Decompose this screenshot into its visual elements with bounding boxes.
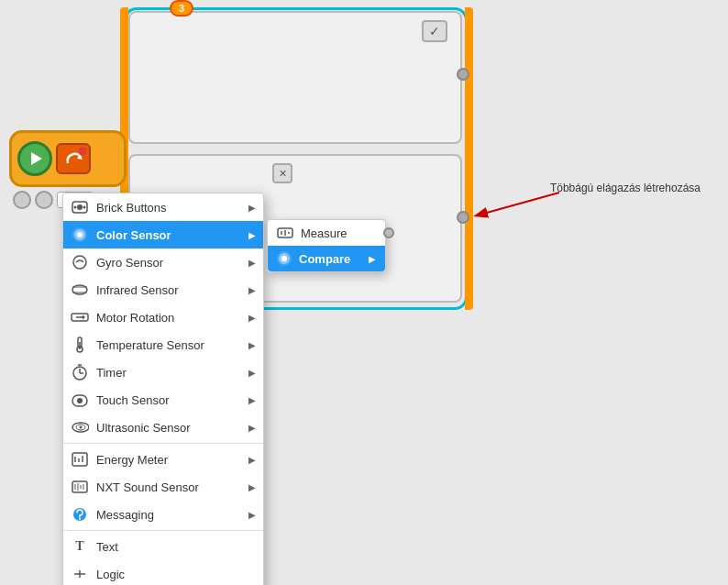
gyro-label: Gyro Sensor: [96, 256, 163, 270]
timer-icon: [71, 363, 89, 381]
text-icon: T: [71, 537, 89, 556]
compare-icon: [277, 251, 292, 266]
compare-label: Compare: [299, 252, 350, 266]
color-sensor-submenu: Measure Compare ▶: [267, 219, 386, 272]
motor-icon: [71, 308, 89, 326]
infrared-label: Infrared Sensor: [96, 283, 179, 297]
touch-icon: [71, 391, 89, 409]
messaging-label: Messaging: [96, 508, 154, 522]
start-block: [9, 130, 127, 187]
menu-item-touch-sensor[interactable]: Touch Sensor ▶: [63, 386, 263, 414]
touch-arrow: ▶: [248, 395, 256, 405]
logic-icon: [71, 565, 89, 583]
loop-inner-top: ✓: [128, 11, 462, 144]
loop-connector-bottom-right: [457, 211, 469, 224]
svg-point-24: [77, 398, 83, 403]
measure-label: Measure: [301, 226, 347, 240]
svg-point-9: [73, 256, 86, 269]
loop-number-badge: 3: [170, 0, 193, 17]
svg-point-3: [74, 206, 77, 209]
svg-point-2: [77, 204, 83, 210]
infrared-icon: [71, 281, 89, 299]
svg-marker-15: [83, 315, 85, 320]
svg-point-27: [80, 426, 83, 429]
menu-item-motor-rotation[interactable]: Motor Rotation ▶: [63, 304, 263, 331]
menu-item-gyro-sensor[interactable]: Gyro Sensor ▶: [63, 248, 263, 276]
gyro-icon: [71, 253, 89, 271]
logic-label: Logic: [96, 568, 125, 581]
rotate-block: [56, 143, 91, 174]
messaging-icon: [71, 505, 89, 524]
motor-rotation-label: Motor Rotation: [96, 311, 174, 325]
menu-item-text[interactable]: T Text: [63, 533, 263, 560]
orange-bar-right: [465, 7, 473, 310]
svg-point-4: [83, 206, 86, 209]
menu-divider-2: [63, 530, 263, 531]
nxt-icon: [71, 478, 89, 496]
brick-buttons-arrow: ▶: [248, 203, 256, 213]
menu-divider-1: [63, 443, 263, 444]
messaging-arrow: ▶: [248, 510, 256, 520]
brick-buttons-label: Brick Buttons: [96, 201, 167, 215]
temp-icon: [71, 336, 89, 354]
compare-arrow: ▶: [369, 254, 376, 264]
measure-connector: [383, 227, 394, 238]
menu-item-logic[interactable]: Logic: [63, 560, 263, 585]
color-sensor-icon: [71, 226, 89, 244]
menu-item-infrared-sensor[interactable]: Infrared Sensor ▶: [63, 276, 263, 304]
color-sensor-label: Color Sensor: [96, 228, 171, 242]
color-sensor-arrow: ▶: [248, 230, 256, 240]
menu-item-color-sensor[interactable]: Color Sensor ▶ Measure: [63, 221, 263, 248]
infrared-arrow: ▶: [248, 285, 256, 295]
nxt-label: NXT Sound Sensor: [96, 480, 199, 494]
menu-item-brick-buttons[interactable]: Brick Buttons ▶: [63, 193, 263, 221]
play-icon: [31, 152, 42, 165]
ultrasonic-arrow: ▶: [248, 423, 256, 433]
svg-rect-32: [72, 481, 87, 492]
measure-icon: [277, 226, 293, 240]
energy-arrow: ▶: [248, 455, 256, 465]
submenu-item-compare[interactable]: Compare ▶: [268, 246, 385, 271]
annotation-text: Többágú elágazás létrehozása: [550, 182, 700, 194]
submenu-item-measure[interactable]: Measure: [268, 220, 385, 246]
menu-item-ultrasonic-sensor[interactable]: Ultrasonic Sensor ▶: [63, 414, 263, 441]
timer-arrow: ▶: [248, 368, 256, 378]
motor-rotation-arrow: ▶: [248, 313, 256, 323]
nxt-arrow: ▶: [248, 482, 256, 492]
context-menu: Brick Buttons ▶ Color Sensor ▶: [62, 193, 264, 585]
energy-label: Energy Meter: [96, 453, 168, 467]
menu-item-energy-meter[interactable]: Energy Meter ▶: [63, 446, 263, 473]
svg-point-38: [79, 518, 81, 520]
menu-item-temp-sensor[interactable]: Temperature Sensor ▶: [63, 331, 263, 359]
loop-connector-top-right: [457, 68, 469, 81]
canvas: ✓ ✕ 3 [5]: [0, 0, 728, 585]
menu-item-nxt-sound-sensor[interactable]: NXT Sound Sensor ▶: [63, 473, 263, 501]
brick-buttons-icon: [71, 198, 89, 216]
menu-item-timer[interactable]: Timer ▶: [63, 359, 263, 386]
temp-arrow: ▶: [248, 340, 256, 350]
gyro-arrow: ▶: [248, 258, 256, 268]
menu-item-messaging[interactable]: Messaging ▶: [63, 501, 263, 528]
ultrasonic-label: Ultrasonic Sensor: [96, 421, 191, 435]
settings-circle-1[interactable]: [13, 191, 31, 209]
play-button[interactable]: [17, 141, 52, 176]
settings-circle-2[interactable]: [35, 191, 53, 209]
energy-icon: [71, 450, 89, 469]
touch-label: Touch Sensor: [96, 393, 170, 407]
text-label: Text: [96, 540, 118, 554]
loop-x-button[interactable]: ✕: [272, 163, 292, 183]
ultrasonic-icon: [71, 418, 89, 436]
svg-line-42: [477, 193, 559, 215]
red-dot: [79, 148, 86, 155]
timer-label: Timer: [96, 366, 127, 380]
loop-checkmark[interactable]: ✓: [422, 20, 447, 42]
temp-label: Temperature Sensor: [96, 338, 204, 352]
